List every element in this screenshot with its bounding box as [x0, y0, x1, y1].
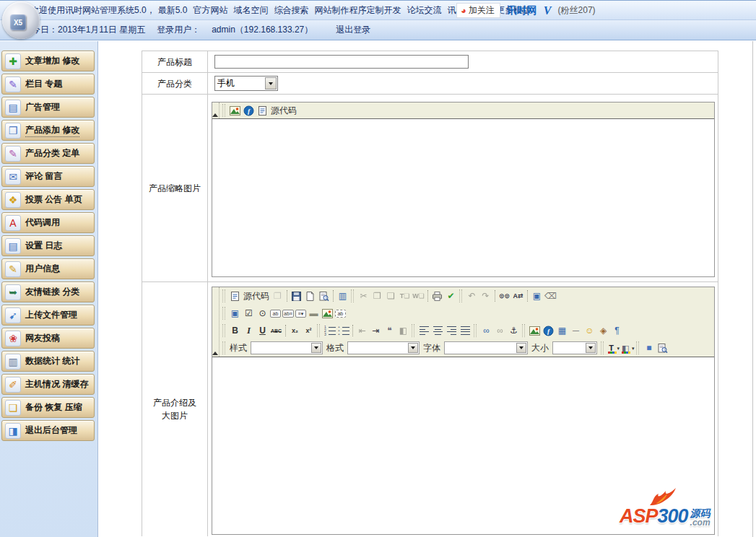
replace-icon[interactable]: A⇄ — [512, 290, 524, 302]
checkbox-icon[interactable]: ☑ — [243, 307, 255, 320]
anchor-icon[interactable]: ⚓ — [508, 325, 520, 337]
bg-color-icon[interactable]: ◧▾ — [621, 342, 634, 354]
horizontal-rule-icon[interactable]: — — [570, 325, 582, 337]
topbar-link[interactable]: 官方网站 — [193, 5, 227, 15]
thumbnail-editor-canvas[interactable] — [212, 119, 714, 276]
strikethrough-icon[interactable]: ABC — [270, 325, 282, 337]
unordered-list-icon[interactable]: ••• — [337, 325, 349, 337]
topbar-link[interactable]: 论坛交流 — [407, 5, 441, 15]
topbar-link[interactable]: 网站制作程序定制开发 — [314, 5, 401, 15]
toolbar-collapse-button[interactable] — [212, 113, 218, 117]
paste-text-icon[interactable]: T❏ — [399, 290, 411, 302]
remove-format-icon[interactable]: ⌫ — [544, 290, 557, 302]
align-center-icon[interactable] — [432, 325, 444, 337]
superscript-icon[interactable]: x² — [303, 325, 315, 337]
sidebar-item-host-status[interactable]: ✐主机情况 清缓存 — [1, 374, 95, 395]
toolbar-collapse-button[interactable] — [212, 352, 218, 355]
sidebar-item-data-stats[interactable]: ▥数据统计 统计 — [1, 351, 95, 372]
sidebar-item-product-add[interactable]: ❒产品添加 修改 — [1, 120, 95, 141]
smiley-icon[interactable]: ☺ — [583, 325, 596, 337]
sidebar-item-friend-links[interactable]: ➥友情链接 分类 — [1, 281, 95, 302]
align-right-icon[interactable] — [446, 325, 458, 337]
newpage-icon[interactable] — [304, 290, 316, 302]
sidebar-item-exit-admin[interactable]: ◨退出后台管理 — [1, 420, 95, 441]
image-button-icon[interactable] — [321, 307, 334, 320]
subscript-icon[interactable]: x₂ — [289, 325, 301, 337]
image-icon[interactable] — [229, 105, 241, 117]
bold-icon[interactable]: B — [229, 325, 241, 337]
radio-icon[interactable]: ⊙ — [256, 307, 269, 320]
templates-icon[interactable]: ▥ — [336, 290, 349, 302]
textarea-icon[interactable]: ab≡ — [282, 310, 294, 318]
category-dropdown-arrow-icon[interactable] — [265, 77, 277, 90]
source-icon[interactable] — [229, 290, 241, 302]
sidebar-item-settings-log[interactable]: ▤设置 日志 — [1, 235, 95, 256]
paste-icon[interactable]: ❏ — [385, 290, 397, 302]
sidebar-item-ad-manage[interactable]: ▤广告管理 — [1, 97, 95, 118]
selectfield-icon[interactable]: ≡▾ — [295, 310, 306, 318]
weibo-site-name[interactable]: 讯时网 — [507, 4, 537, 17]
print-icon[interactable] — [431, 290, 443, 302]
paste-word-icon[interactable]: W❏ — [412, 290, 425, 302]
sidebar-item-product-category[interactable]: ✎产品分类 定单 — [1, 143, 95, 164]
image-icon[interactable] — [529, 325, 541, 337]
italic-icon[interactable]: I — [243, 325, 255, 337]
undo-icon[interactable]: ↶ — [466, 290, 478, 302]
underline-icon[interactable]: U — [256, 325, 269, 337]
dropdown-arrow-icon[interactable] — [311, 343, 321, 353]
find-icon[interactable]: ⊙⊙ — [498, 290, 510, 302]
align-justify-icon[interactable] — [459, 325, 472, 337]
font-select[interactable] — [444, 341, 528, 354]
align-left-icon[interactable] — [418, 325, 430, 337]
create-div-icon[interactable]: ◧ — [397, 325, 409, 337]
size-select[interactable] — [552, 341, 597, 354]
dropdown-arrow-icon[interactable] — [408, 343, 418, 353]
logout-link[interactable]: 退出登录 — [336, 24, 370, 36]
spellcheck-icon[interactable]: ✔ — [445, 290, 457, 302]
docprops-icon[interactable]: ❐ — [271, 290, 284, 302]
flash-icon[interactable] — [243, 105, 255, 117]
format-select[interactable] — [347, 341, 420, 354]
text-color-icon[interactable]: T▾ — [607, 342, 620, 354]
table-icon[interactable]: ▦ — [556, 325, 568, 337]
button-icon[interactable]: ▬ — [308, 307, 320, 320]
source-icon[interactable] — [256, 105, 269, 117]
product-category-select[interactable]: 手机 — [214, 76, 278, 91]
ordered-list-icon[interactable]: 123 — [323, 325, 336, 337]
indent-icon[interactable]: ⇥ — [370, 325, 382, 337]
special-char-icon[interactable]: ◈ — [597, 325, 609, 337]
product-title-input[interactable] — [214, 55, 469, 69]
topbar-link[interactable]: 域名空间 — [233, 5, 268, 15]
sidebar-item-backup-restore[interactable]: ❏备份 恢复 压缩 — [1, 397, 95, 418]
preview-icon[interactable] — [318, 290, 330, 302]
weibo-follow-button[interactable]: ◕ 加关注 — [456, 3, 500, 18]
outdent-icon[interactable]: ⇤ — [356, 325, 368, 337]
sidebar-item-upload-file-manage[interactable]: ➹上传文件管理 — [1, 305, 95, 326]
sidebar-item-code-call[interactable]: A代码调用 — [1, 212, 95, 233]
copy-icon[interactable]: ❐ — [371, 290, 383, 302]
sidebar-item-user-info[interactable]: ✎用户信息 — [1, 258, 95, 279]
topbar-link[interactable]: 最新5.0 — [158, 5, 188, 15]
cut-icon[interactable]: ✂ — [357, 290, 370, 302]
link-icon[interactable]: ∞ — [480, 325, 492, 337]
flash-icon[interactable] — [542, 325, 555, 337]
save-icon[interactable] — [290, 290, 303, 302]
sidebar-item-comment-message[interactable]: ✉评论 留言 — [1, 166, 95, 187]
show-blocks-icon[interactable] — [656, 342, 669, 354]
page-break-icon[interactable]: ¶ — [611, 325, 623, 337]
sidebar-item-user-contribute[interactable]: ❀网友投稿 — [1, 328, 95, 349]
hidden-field-icon[interactable]: ab — [335, 310, 346, 318]
maximize-icon[interactable]: ■ — [643, 342, 655, 354]
sidebar-item-column-topic[interactable]: ✎栏目 专题 — [1, 74, 95, 95]
form-icon[interactable]: ▣ — [229, 307, 241, 320]
dropdown-arrow-icon[interactable] — [586, 343, 596, 353]
unlink-icon[interactable]: ∞ — [494, 325, 506, 337]
blockquote-icon[interactable]: ❝ — [383, 325, 396, 337]
dropdown-arrow-icon[interactable] — [516, 343, 526, 353]
sidebar-item-article-add[interactable]: ✚文章增加 修改 — [1, 51, 95, 71]
topbar-link[interactable]: 综合搜索 — [274, 5, 308, 15]
textfield-icon[interactable]: ab — [270, 310, 281, 318]
select-all-icon[interactable]: ▣ — [531, 290, 543, 302]
redo-icon[interactable]: ↷ — [479, 290, 492, 302]
sidebar-item-vote-notice-page[interactable]: ❖投票 公告 单页 — [1, 189, 95, 210]
